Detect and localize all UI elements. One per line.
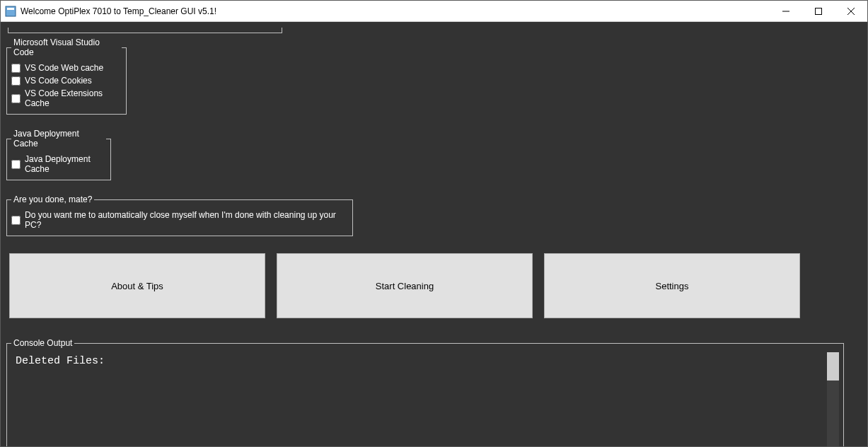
console-scroll-track	[827, 381, 839, 446]
checkbox-row: Java Deployment Cache	[11, 153, 106, 175]
group-are-you-done-legend: Are you done, mate?	[11, 195, 94, 204]
start-cleaning-label: Start Cleaning	[376, 281, 434, 291]
about-tips-button[interactable]: About & Tips	[9, 253, 265, 318]
app-window: Welcome OptiPlex 7010 to Temp_Cleaner GU…	[0, 0, 868, 447]
java-deployment-cache-checkbox[interactable]	[11, 160, 21, 169]
group-console-output-legend: Console Output	[11, 338, 74, 348]
svg-rect-1	[7, 8, 14, 10]
window-title: Welcome OptiPlex 7010 to Temp_Cleaner GU…	[21, 6, 216, 16]
maximize-button[interactable]	[802, 1, 835, 22]
java-deployment-cache-label: Java Deployment Cache	[25, 154, 106, 174]
start-cleaning-button[interactable]: Start Cleaning	[277, 253, 533, 318]
checkbox-row: VS Code Extensions Cache	[11, 87, 122, 110]
close-button[interactable]	[835, 1, 867, 22]
checkbox-row: Do you want me to automatically close my…	[11, 209, 348, 231]
minimize-button[interactable]	[770, 1, 802, 22]
svg-rect-3	[816, 8, 822, 14]
group-vscode-legend: Microsoft Visual Studio Code	[11, 37, 122, 57]
group-are-you-done: Are you done, mate? Do you want me to au…	[6, 195, 353, 236]
vscode-cookies-checkbox[interactable]	[11, 76, 21, 86]
vscode-extensions-cache-label: VS Code Extensions Cache	[25, 88, 122, 108]
settings-label: Settings	[656, 281, 689, 291]
group-java: Java Deployment Cache Java Deployment Ca…	[6, 129, 111, 180]
group-vscode: Microsoft Visual Studio Code VS Code Web…	[6, 37, 127, 115]
vscode-web-cache-label: VS Code Web cache	[25, 63, 103, 73]
console-scroll-thumb[interactable]	[827, 352, 839, 381]
console-output-text[interactable]: Deleted Files:	[11, 352, 827, 446]
settings-button[interactable]: Settings	[544, 253, 800, 318]
app-icon	[5, 6, 16, 17]
vscode-extensions-cache-checkbox[interactable]	[11, 94, 21, 103]
truncated-group-remnant	[8, 28, 282, 33]
checkbox-row: VS Code Cookies	[11, 74, 122, 87]
group-java-legend: Java Deployment Cache	[11, 129, 106, 149]
vscode-cookies-label: VS Code Cookies	[25, 76, 92, 86]
action-button-row: About & Tips Start Cleaning Settings	[6, 240, 862, 325]
group-console-output: Console Output Deleted Files:	[6, 338, 844, 446]
auto-close-label: Do you want me to automatically close my…	[25, 210, 348, 230]
client-area: Microsoft Visual Studio Code VS Code Web…	[1, 22, 867, 446]
checkbox-row: VS Code Web cache	[11, 62, 122, 74]
about-tips-label: About & Tips	[111, 281, 163, 291]
titlebar: Welcome OptiPlex 7010 to Temp_Cleaner GU…	[1, 1, 867, 22]
console-scrollbar[interactable]	[827, 352, 839, 446]
vscode-web-cache-checkbox[interactable]	[11, 64, 21, 73]
auto-close-checkbox[interactable]	[11, 216, 21, 225]
